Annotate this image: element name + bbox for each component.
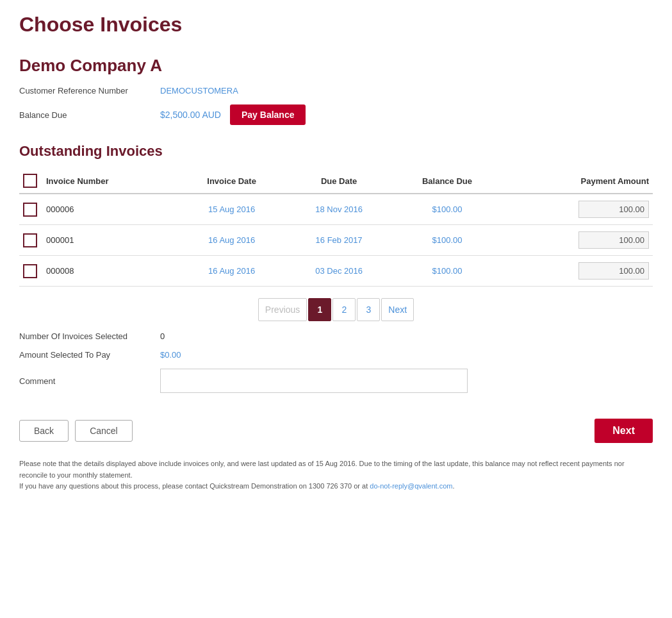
row-payment-input-2[interactable]	[578, 262, 649, 280]
table-header-row: Invoice Number Invoice Date Due Date Bal…	[19, 169, 653, 194]
row-checkbox-2[interactable]	[23, 264, 37, 278]
pay-balance-button[interactable]: Pay Balance	[230, 104, 306, 125]
row-checkbox-cell-1[interactable]	[19, 225, 42, 256]
customer-ref-row: Customer Reference Number DEMOCUSTOMERA	[19, 86, 653, 96]
row-checkbox-1[interactable]	[23, 233, 37, 247]
footer-note-1: Please note that the details displayed a…	[19, 458, 653, 481]
row-balance-due-1: $100.00	[391, 225, 502, 256]
bottom-buttons: Back Cancel Next	[19, 419, 653, 443]
row-checkbox-0[interactable]	[23, 203, 37, 217]
col-balance-due: Balance Due	[391, 169, 502, 194]
pagination-next[interactable]: Next	[381, 298, 414, 321]
row-invoice-date-0: 15 Aug 2016	[177, 194, 286, 225]
table-row: 000008 16 Aug 2016 03 Dec 2016 $100.00	[19, 256, 653, 287]
footer-email-link[interactable]: do-not-reply@qvalent.com	[370, 482, 452, 490]
row-payment-amount-cell-1[interactable]	[503, 225, 653, 256]
cancel-button[interactable]: Cancel	[75, 420, 133, 442]
pagination-page-2[interactable]: 2	[332, 298, 356, 321]
summary-section: Number Of Invoices Selected 0 Amount Sel…	[19, 331, 653, 393]
col-invoice-date: Invoice Date	[177, 169, 286, 194]
footer-note: Please note that the details displayed a…	[19, 458, 653, 492]
select-all-checkbox[interactable]	[23, 174, 37, 188]
row-due-date-1: 16 Feb 2017	[286, 225, 392, 256]
customer-ref-value: DEMOCUSTOMERA	[160, 86, 238, 96]
comment-label: Comment	[19, 376, 160, 386]
outstanding-invoices-title: Outstanding Invoices	[19, 143, 653, 160]
company-name: Demo Company A	[19, 56, 653, 76]
row-payment-input-1[interactable]	[578, 231, 649, 249]
invoices-table: Invoice Number Invoice Date Due Date Bal…	[19, 169, 653, 287]
row-balance-due-0: $100.00	[391, 194, 502, 225]
table-row: 000006 15 Aug 2016 18 Nov 2016 $100.00	[19, 194, 653, 225]
select-all-header[interactable]	[19, 169, 42, 194]
balance-due-label: Balance Due	[19, 110, 160, 120]
amount-selected-row: Amount Selected To Pay $0.00	[19, 350, 653, 360]
col-invoice-number: Invoice Number	[42, 169, 177, 194]
row-due-date-2: 03 Dec 2016	[286, 256, 392, 287]
footer-note-2: If you have any questions about this pro…	[19, 481, 653, 492]
comment-input[interactable]	[160, 369, 468, 393]
pagination: Previous 1 2 3 Next	[19, 298, 653, 321]
row-invoice-number-2: 000008	[42, 256, 177, 287]
pagination-page-3[interactable]: 3	[357, 298, 380, 321]
row-payment-amount-cell-2[interactable]	[503, 256, 653, 287]
next-button[interactable]: Next	[594, 419, 653, 443]
col-due-date: Due Date	[286, 169, 392, 194]
num-selected-row: Number Of Invoices Selected 0	[19, 331, 653, 341]
row-invoice-date-1: 16 Aug 2016	[177, 225, 286, 256]
comment-row: Comment	[19, 369, 653, 393]
col-payment-amount: Payment Amount	[503, 169, 653, 194]
row-balance-due-2: $100.00	[391, 256, 502, 287]
num-selected-label: Number Of Invoices Selected	[19, 331, 160, 341]
left-buttons: Back Cancel	[19, 420, 133, 442]
row-payment-input-0[interactable]	[578, 201, 649, 218]
balance-due-row: Balance Due $2,500.00 AUD Pay Balance	[19, 104, 653, 125]
table-row: 000001 16 Aug 2016 16 Feb 2017 $100.00	[19, 225, 653, 256]
row-invoice-date-2: 16 Aug 2016	[177, 256, 286, 287]
num-selected-value: 0	[160, 331, 165, 341]
row-invoice-number-1: 000001	[42, 225, 177, 256]
row-checkbox-cell-0[interactable]	[19, 194, 42, 225]
pagination-page-1[interactable]: 1	[308, 298, 331, 321]
pagination-previous[interactable]: Previous	[258, 298, 307, 321]
row-invoice-number-0: 000006	[42, 194, 177, 225]
row-due-date-0: 18 Nov 2016	[286, 194, 392, 225]
amount-selected-label: Amount Selected To Pay	[19, 350, 160, 360]
page-title: Choose Invoices	[19, 13, 653, 37]
amount-selected-value: $0.00	[160, 350, 181, 360]
row-checkbox-cell-2[interactable]	[19, 256, 42, 287]
row-payment-amount-cell-0[interactable]	[503, 194, 653, 225]
back-button[interactable]: Back	[19, 420, 69, 442]
balance-due-value: $2,500.00 AUD	[160, 110, 221, 120]
customer-ref-label: Customer Reference Number	[19, 86, 160, 96]
